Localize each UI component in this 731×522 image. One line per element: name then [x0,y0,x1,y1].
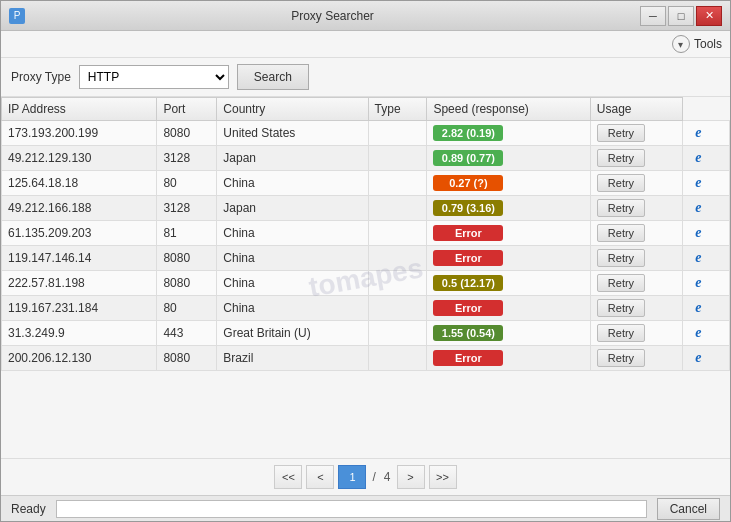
ie-icon[interactable]: e [689,124,707,142]
cell-speed: Error [427,246,590,271]
cell-country: United States [217,121,368,146]
cell-retry: Retry [590,171,682,196]
cell-type [368,296,427,321]
cell-usage: e [683,121,730,146]
cell-country: China [217,171,368,196]
cell-port: 80 [157,296,217,321]
retry-button[interactable]: Retry [597,224,645,242]
speed-badge: Error [433,225,503,241]
status-bar: Ready Cancel [1,495,730,521]
cell-usage: e [683,296,730,321]
cell-retry: Retry [590,196,682,221]
cell-usage: e [683,271,730,296]
pagination-next[interactable]: > [397,465,425,489]
col-header-type: Type [368,98,427,121]
table-row: 61.135.209.20381ChinaErrorRetrye [2,221,730,246]
cell-usage: e [683,146,730,171]
cell-usage: e [683,196,730,221]
table-container: tomapes IP Address Port Country Type Spe… [1,97,730,458]
proxy-table: IP Address Port Country Type Speed (resp… [1,97,730,371]
retry-button[interactable]: Retry [597,124,645,142]
cell-speed: Error [427,296,590,321]
speed-badge: 0.5 (12.17) [433,275,503,291]
cell-retry: Retry [590,321,682,346]
table-row: 49.212.166.1883128Japan0.79 (3.16)Retrye [2,196,730,221]
retry-button[interactable]: Retry [597,274,645,292]
pagination-first[interactable]: << [274,465,302,489]
table-wrapper: IP Address Port Country Type Speed (resp… [1,97,730,458]
window-title: Proxy Searcher [25,9,640,23]
ie-icon[interactable]: e [689,249,707,267]
col-header-port: Port [157,98,217,121]
table-row: 119.167.231.18480ChinaErrorRetrye [2,296,730,321]
ie-icon[interactable]: e [689,224,707,242]
cell-retry: Retry [590,246,682,271]
cell-country: Great Britain (U) [217,321,368,346]
ie-icon[interactable]: e [689,299,707,317]
cell-ip: 49.212.166.188 [2,196,157,221]
cell-port: 80 [157,171,217,196]
ie-icon[interactable]: e [689,349,707,367]
status-progress [56,500,647,518]
cell-speed: Error [427,221,590,246]
minimize-button[interactable]: ─ [640,6,666,26]
cell-ip: 61.135.209.203 [2,221,157,246]
col-header-ip: IP Address [2,98,157,121]
proxy-type-select[interactable]: HTTP HTTPS SOCKS4 SOCKS5 [79,65,229,89]
ie-icon[interactable]: e [689,199,707,217]
pagination-last[interactable]: >> [429,465,457,489]
cell-type [368,246,427,271]
speed-badge: 2.82 (0.19) [433,125,503,141]
cell-retry: Retry [590,271,682,296]
pagination-prev[interactable]: < [306,465,334,489]
retry-button[interactable]: Retry [597,199,645,217]
ie-icon[interactable]: e [689,149,707,167]
cell-port: 3128 [157,146,217,171]
cell-port: 8080 [157,121,217,146]
cell-speed: 0.5 (12.17) [427,271,590,296]
cell-country: China [217,221,368,246]
toolbar: ▾ Tools [1,31,730,58]
cell-retry: Retry [590,346,682,371]
cell-usage: e [683,246,730,271]
speed-badge: 1.55 (0.54) [433,325,503,341]
cancel-button[interactable]: Cancel [657,498,720,520]
cell-ip: 200.206.12.130 [2,346,157,371]
retry-button[interactable]: Retry [597,149,645,167]
search-button[interactable]: Search [237,64,309,90]
pagination-separator: / [370,470,377,484]
ie-icon[interactable]: e [689,324,707,342]
cell-country: Brazil [217,346,368,371]
cell-ip: 222.57.81.198 [2,271,157,296]
maximize-button[interactable]: □ [668,6,694,26]
speed-badge: 0.27 (?) [433,175,503,191]
main-window: P Proxy Searcher ─ □ ✕ ▾ Tools Proxy Typ… [0,0,731,522]
ie-icon[interactable]: e [689,274,707,292]
cell-retry: Retry [590,121,682,146]
search-bar: Proxy Type HTTP HTTPS SOCKS4 SOCKS5 Sear… [1,58,730,97]
cell-country: China [217,296,368,321]
retry-button[interactable]: Retry [597,349,645,367]
tools-button[interactable]: ▾ Tools [672,35,722,53]
cell-type [368,221,427,246]
cell-retry: Retry [590,221,682,246]
retry-button[interactable]: Retry [597,324,645,342]
cell-usage: e [683,346,730,371]
close-button[interactable]: ✕ [696,6,722,26]
proxy-type-label: Proxy Type [11,70,71,84]
pagination-current[interactable]: 1 [338,465,366,489]
cell-type [368,146,427,171]
retry-button[interactable]: Retry [597,249,645,267]
retry-button[interactable]: Retry [597,174,645,192]
cell-port: 8080 [157,246,217,271]
cell-port: 8080 [157,271,217,296]
pagination: << < 1 / 4 > >> [1,458,730,495]
cell-ip: 173.193.200.199 [2,121,157,146]
cell-type [368,121,427,146]
cell-speed: 0.89 (0.77) [427,146,590,171]
col-header-country: Country [217,98,368,121]
ie-icon[interactable]: e [689,174,707,192]
cell-usage: e [683,171,730,196]
cell-ip: 125.64.18.18 [2,171,157,196]
retry-button[interactable]: Retry [597,299,645,317]
